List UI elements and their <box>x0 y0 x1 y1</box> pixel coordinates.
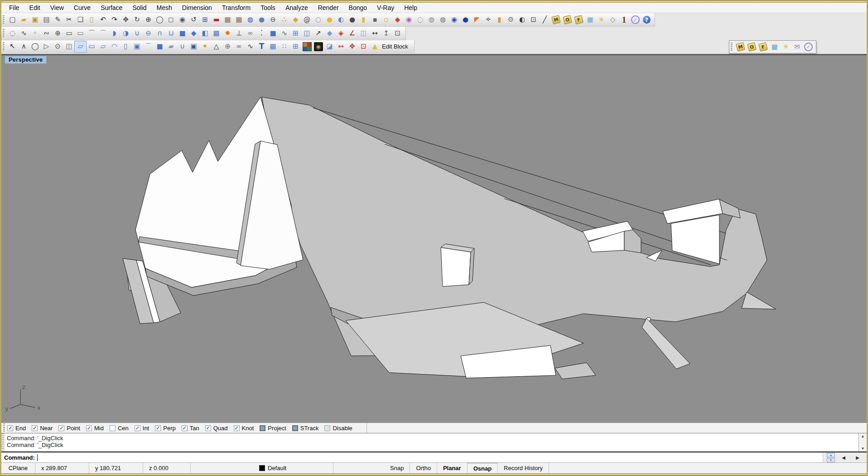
point-cloud-icon[interactable]: ∴ <box>279 15 290 25</box>
spinner-up-icon[interactable]: ▲ <box>827 453 835 457</box>
zoom-target-icon[interactable]: ◉ <box>177 15 188 25</box>
red-one-icon[interactable]: 1 <box>618 15 630 25</box>
osnap-near-checkbox[interactable]: ✓ <box>32 425 38 431</box>
menu-surface[interactable]: Surface <box>96 3 127 13</box>
osnap-project[interactable]: Project <box>260 425 286 432</box>
curve-blue-icon[interactable]: ⌒ <box>143 41 154 52</box>
status-record[interactable]: Record History <box>498 463 549 473</box>
tag-o-icon[interactable]: O <box>562 15 573 25</box>
command-input[interactable] <box>38 452 823 462</box>
blue-grid-sphere-icon[interactable]: ◉ <box>448 15 460 25</box>
menu-view[interactable]: View <box>45 3 69 13</box>
surface-icon[interactable]: ▱ <box>75 41 86 52</box>
osnap-knot-checkbox[interactable]: ✓ <box>234 425 240 431</box>
control-polyline-icon[interactable]: ∧ <box>18 41 29 52</box>
tag-f-icon[interactable]: F <box>757 42 769 53</box>
array-icon[interactable]: ▦ <box>267 41 279 52</box>
scroll-up-icon[interactable]: ▲ <box>861 434 865 438</box>
tag-m-icon[interactable]: M <box>735 42 746 53</box>
osnap-cen[interactable]: Cen <box>110 425 129 432</box>
osnap-cen-checkbox[interactable] <box>110 425 116 431</box>
block-cube-icon[interactable]: ■ <box>584 15 596 25</box>
osnap-perp-checkbox[interactable]: ✓ <box>155 425 161 431</box>
array-polar-icon[interactable]: ∷ <box>279 41 290 52</box>
move-icon[interactable]: ✥ <box>347 41 358 52</box>
status-cplane[interactable]: CPlane <box>1 463 35 473</box>
direction-wedge-icon[interactable]: ◆ <box>392 15 403 25</box>
status-snap[interactable]: Snap <box>384 463 410 473</box>
half-sphere-icon[interactable]: ◐ <box>516 15 528 25</box>
bulb-on-icon[interactable]: ● <box>324 15 335 25</box>
undo-icon[interactable]: ↶ <box>97 15 109 25</box>
earth-sphere-icon[interactable]: ◍ <box>245 15 256 25</box>
block-cube-icon[interactable]: ■ <box>769 42 780 53</box>
menu-edit[interactable]: Edit <box>24 3 45 13</box>
surface-warp-icon[interactable]: ▱ <box>97 41 109 52</box>
envelope-icon[interactable]: ✉ <box>791 42 803 53</box>
viewport-layout-icon[interactable]: ⊞ <box>199 15 211 25</box>
menu-dimension[interactable]: Dimension <box>177 3 217 13</box>
select-arrow-icon[interactable]: ↖ <box>7 41 18 52</box>
rounded-rectangle-icon[interactable]: ▭ <box>75 28 86 39</box>
spinner-down-icon[interactable]: ▼ <box>827 458 835 462</box>
zoom-back-icon[interactable]: ↺ <box>188 15 199 25</box>
osnap-disable[interactable]: Disable <box>324 425 352 432</box>
boolean-union-icon[interactable]: ∪ <box>131 28 143 39</box>
toolbar-grip[interactable] <box>3 29 5 38</box>
gold-wedge-icon[interactable]: ◆ <box>290 15 301 25</box>
edit-block-label[interactable]: Edit Block <box>382 43 408 50</box>
envelope-icon[interactable]: ◇ <box>607 15 618 25</box>
command-scrollbar[interactable]: ▲ ▼ <box>858 433 867 452</box>
cage-points-icon[interactable]: ▣ <box>131 41 143 52</box>
cplane-grid2-icon[interactable]: ▦ <box>233 15 245 25</box>
line-icon[interactable]: ╱ <box>539 15 550 25</box>
make2d-icon[interactable]: ⊥ <box>233 28 245 39</box>
bulb-select-icon[interactable]: ◐ <box>335 15 347 25</box>
osnap-knot[interactable]: ✓Knot <box>234 425 254 432</box>
rectangle-icon[interactable]: ▭ <box>63 28 75 39</box>
pan-icon[interactable]: ✥ <box>120 15 131 25</box>
spheres-add-icon[interactable]: ⊕ <box>222 41 233 52</box>
pipe-icon[interactable]: ▯ <box>120 41 131 52</box>
polygon-icon[interactable]: ⊙ <box>52 41 63 52</box>
viewport-title[interactable]: Perspective <box>5 56 47 64</box>
zoom-in-icon[interactable]: ⊕ <box>143 15 154 25</box>
surface-grid-icon[interactable]: ▦ <box>211 28 222 39</box>
move-horizontal-icon[interactable]: ↔ <box>335 41 347 52</box>
shaded-sphere-icon[interactable]: ● <box>256 15 267 25</box>
nudge-icon[interactable]: ⊡ <box>358 41 369 52</box>
box-hole-icon[interactable]: ▣ <box>188 41 199 52</box>
flip-face-icon[interactable]: ◫ <box>301 28 313 39</box>
open-file-icon[interactable]: ▰ <box>18 15 29 25</box>
unroll-surface-icon[interactable]: ⊔ <box>165 28 177 39</box>
revolve-icon[interactable]: ▷ <box>41 41 52 52</box>
cube-icon[interactable]: ■ <box>154 41 165 52</box>
control-sphere-icon[interactable]: ◌ <box>7 28 18 39</box>
gear-icon[interactable]: ⚙ <box>505 15 516 25</box>
osnap-mid[interactable]: ✓Mid <box>86 425 104 432</box>
toolbar-grip[interactable] <box>3 15 5 24</box>
lock-icon[interactable]: ▪ <box>369 15 381 25</box>
loft-icon[interactable]: ◠ <box>109 41 120 52</box>
wire-sphere2-icon[interactable]: ◍ <box>426 15 437 25</box>
car-icon[interactable]: ▬ <box>211 15 222 25</box>
osnap-mid-checkbox[interactable]: ✓ <box>86 425 92 431</box>
help-icon[interactable]: ? <box>641 15 652 25</box>
text-icon[interactable]: T <box>256 41 267 52</box>
osnap-quad-checkbox[interactable]: ✓ <box>205 425 211 431</box>
cut-icon[interactable]: ✂ <box>63 15 75 25</box>
wire-sphere-icon[interactable]: ◌ <box>415 15 426 25</box>
osnap-grip[interactable] <box>3 423 5 432</box>
unlock-icon[interactable]: ▫ <box>381 15 392 25</box>
print-icon[interactable]: ▤ <box>41 15 52 25</box>
extrusion-icon[interactable]: ▮ <box>358 15 369 25</box>
menu-transform[interactable]: Transform <box>217 3 256 13</box>
twist-icon[interactable]: ◈ <box>335 28 347 39</box>
curve-points-icon[interactable]: ∿ <box>18 28 29 39</box>
osnap-project-checkbox[interactable] <box>260 425 265 431</box>
bulb-dark-icon[interactable]: ● <box>347 15 358 25</box>
spheres-icon[interactable]: ∞ <box>245 28 256 39</box>
materials-icon[interactable] <box>301 41 313 52</box>
split-sphere-icon[interactable]: ◑ <box>120 28 131 39</box>
menu-tools[interactable]: Tools <box>256 3 280 13</box>
